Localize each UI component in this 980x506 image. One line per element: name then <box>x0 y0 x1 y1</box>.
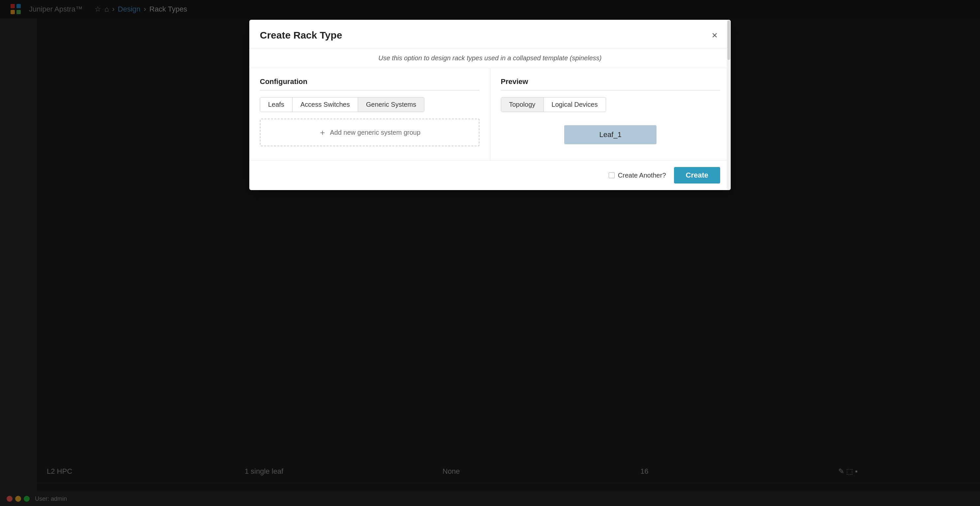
modal-footer: Create Another? Create <box>249 160 731 190</box>
create-rack-type-modal: Create Rack Type × Use this option to de… <box>249 20 731 190</box>
preview-panel-title: Preview <box>501 78 721 90</box>
preview-panel: Preview Topology Logical Devices Leaf_1 <box>490 68 731 160</box>
tab-generic-systems[interactable]: Generic Systems <box>358 97 424 112</box>
create-button[interactable]: Create <box>674 167 720 184</box>
modal-overlay: Create Rack Type × Use this option to de… <box>0 0 980 506</box>
tab-leafs[interactable]: Leafs <box>260 97 293 112</box>
tab-logical-devices[interactable]: Logical Devices <box>544 97 606 112</box>
modal-subtitle: Use this option to design rack types use… <box>249 48 731 68</box>
leaf-node: Leaf_1 <box>564 125 657 144</box>
modal-body: Configuration Leafs Access Switches Gene… <box>249 68 731 160</box>
create-another-checkbox-label[interactable]: Create Another? <box>609 171 666 179</box>
config-panel: Configuration Leafs Access Switches Gene… <box>249 68 490 160</box>
add-group-box[interactable]: ＋ Add new generic system group <box>260 119 479 146</box>
scrollbar-track[interactable] <box>727 68 731 160</box>
create-another-checkbox[interactable] <box>609 172 615 178</box>
modal-header: Create Rack Type × <box>249 20 731 48</box>
create-another-text: Create Another? <box>618 171 666 179</box>
modal-title: Create Rack Type <box>260 30 342 41</box>
config-tab-group: Leafs Access Switches Generic Systems <box>260 97 425 112</box>
tab-topology[interactable]: Topology <box>501 97 544 112</box>
plus-icon: ＋ <box>318 127 326 138</box>
config-panel-title: Configuration <box>260 78 479 90</box>
close-button[interactable]: × <box>709 29 720 41</box>
preview-tab-group: Topology Logical Devices <box>501 97 606 112</box>
add-group-label: Add new generic system group <box>330 129 420 136</box>
tab-access-switches[interactable]: Access Switches <box>293 97 358 112</box>
